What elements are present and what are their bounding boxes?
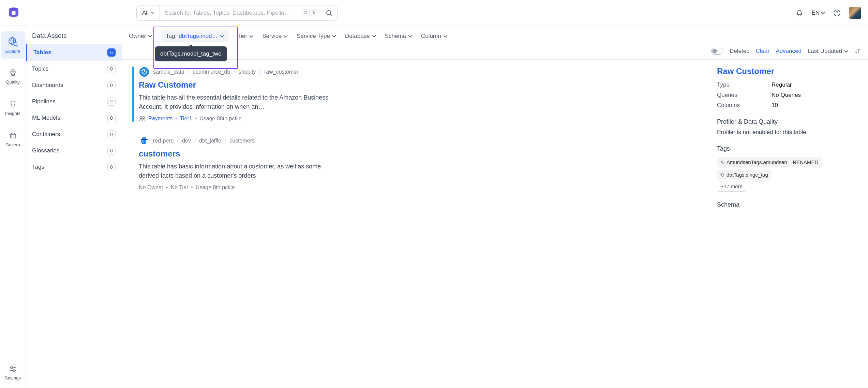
count-badge: 0 [107, 147, 116, 155]
chevron-down-icon [443, 35, 447, 38]
result-card[interactable]: sample_data/ ecommerce_db/ shopify/ raw_… [132, 66, 698, 122]
svg-point-24 [721, 161, 722, 162]
rail-item-explore[interactable]: Explore [1, 31, 25, 59]
primary-nav-rail: Explore Quality Insights Govern Settings [0, 26, 26, 388]
result-meta: No Owner • No Tier • Usage 0th pctile [139, 184, 698, 191]
app-logo[interactable] [7, 6, 20, 20]
filter-tag[interactable]: Tag: dbtTags.mod… [161, 30, 228, 42]
secondary-item-pipelines[interactable]: Pipelines 2 [26, 93, 122, 110]
detail-title[interactable]: Raw Customer [717, 66, 859, 76]
chevron-down-icon [844, 50, 848, 53]
rail-item-govern[interactable]: Govern [1, 125, 25, 153]
govern-icon [9, 131, 17, 140]
filter-tag-tooltip: dbtTags.model_tag_two [155, 46, 227, 61]
filter-service-type[interactable]: Service Type [297, 33, 336, 40]
secondary-nav-title: Data Assets [26, 32, 122, 44]
detail-row: Columns10 [717, 102, 859, 109]
badge-icon [9, 69, 17, 77]
chevron-down-icon [220, 35, 224, 38]
secondary-item-glossaries[interactable]: Glossaries 0 [26, 143, 122, 159]
count-badge: 5 [107, 48, 116, 57]
notifications-button[interactable] [796, 9, 803, 17]
rail-item-quality[interactable]: Quality [1, 63, 25, 90]
help-icon: ? [833, 9, 841, 17]
chevron-down-icon [151, 12, 154, 14]
chevron-down-icon [332, 35, 336, 38]
svg-point-22 [143, 117, 145, 119]
svg-line-4 [330, 14, 332, 16]
sort-icon [854, 48, 860, 54]
filter-column[interactable]: Column [421, 33, 447, 40]
count-badge: 2 [107, 98, 116, 106]
detail-section-tags: Tags [717, 145, 859, 152]
tier-link[interactable]: Tier1 [180, 116, 192, 122]
breadcrumb: sample_data/ ecommerce_db/ shopify/ raw_… [139, 66, 698, 77]
result-title[interactable]: Raw Customer [139, 80, 698, 90]
tag-chip[interactable]: AmundsenTags.amundsen__RENAMED [717, 157, 822, 167]
help-button[interactable]: ? [833, 9, 841, 17]
svg-point-21 [140, 117, 142, 119]
result-description: This table has basic information about a… [139, 162, 330, 180]
count-badge: 0 [107, 130, 116, 138]
owner-link[interactable]: Payments [148, 116, 173, 122]
active-indicator [132, 66, 134, 122]
datasource-icon [139, 135, 150, 146]
svg-rect-23 [141, 139, 148, 140]
result-card[interactable]: red-pere/ dev/ dbt_jaffle/ customers cus… [132, 135, 698, 191]
tag-icon [720, 160, 724, 164]
secondary-item-topics[interactable]: Topics 0 [26, 61, 122, 77]
svg-point-3 [327, 11, 331, 15]
filter-database[interactable]: Database [345, 33, 376, 40]
detail-section-schema: Schema [717, 201, 859, 208]
search-scope-dropdown[interactable]: All [137, 5, 160, 20]
filter-owner[interactable]: Owner [129, 33, 152, 40]
chevron-down-icon [148, 35, 152, 38]
svg-point-14 [11, 367, 13, 369]
tag-chip[interactable]: dbtTags.singe_tag [717, 170, 772, 180]
detail-row: QueriesNo Queries [717, 92, 859, 99]
top-header: All ⌘ K EN ? [0, 0, 868, 26]
count-badge: 0 [107, 65, 116, 73]
sliders-icon [9, 364, 17, 373]
language-selector[interactable]: EN [811, 10, 825, 16]
svg-point-10 [14, 42, 17, 46]
bell-icon [796, 9, 803, 17]
results-list: sample_data/ ecommerce_db/ shopify/ raw_… [122, 60, 708, 388]
keyboard-shortcut-hint: ⌘ K [302, 10, 321, 16]
advanced-link[interactable]: Advanced [776, 48, 802, 55]
result-meta: Payments • Tier1 • Usage 88th pctile [139, 116, 698, 122]
deleted-toggle[interactable] [711, 48, 723, 55]
chevron-down-icon [284, 35, 288, 38]
sort-direction-button[interactable] [854, 48, 860, 54]
chevron-down-icon [408, 35, 412, 38]
search-input[interactable] [160, 10, 302, 16]
deleted-label: Deleted [730, 48, 750, 55]
secondary-item-mlmodels[interactable]: ML Models 0 [26, 110, 122, 126]
more-tags-button[interactable]: +17 more [717, 181, 746, 192]
count-badge: 0 [107, 114, 116, 122]
filter-schema[interactable]: Schema [385, 33, 412, 40]
filter-service[interactable]: Service [262, 33, 288, 40]
secondary-nav: Data Assets Tables 5 Topics 0 Dashboards… [26, 26, 122, 388]
secondary-item-tables[interactable]: Tables 5 [26, 44, 122, 61]
result-description: This table has all the essential details… [139, 93, 330, 111]
result-title[interactable]: customers [139, 149, 698, 159]
rail-item-insights[interactable]: Insights [1, 94, 25, 121]
user-avatar[interactable] [849, 7, 861, 19]
chevron-down-icon [821, 12, 825, 14]
clear-link[interactable]: Clear [756, 48, 770, 55]
globe-search-icon [8, 36, 18, 47]
rail-item-settings[interactable]: Settings [1, 359, 25, 386]
svg-text:?: ? [836, 11, 838, 15]
datasource-icon [139, 66, 150, 77]
secondary-item-containers[interactable]: Containers 0 [26, 126, 122, 143]
detail-section-profiler: Profiler & Data Quality [717, 118, 859, 125]
secondary-item-dashboards[interactable]: Dashboards 0 [26, 77, 122, 93]
breadcrumb: red-pere/ dev/ dbt_jaffle/ customers [139, 135, 698, 146]
filter-tier[interactable]: Tier [238, 33, 254, 40]
search-button[interactable] [321, 10, 337, 16]
count-badge: 0 [107, 81, 116, 89]
svg-line-11 [17, 45, 18, 46]
sort-dropdown[interactable]: Last Updated [808, 48, 848, 55]
secondary-item-tags[interactable]: Tags 0 [26, 159, 122, 175]
